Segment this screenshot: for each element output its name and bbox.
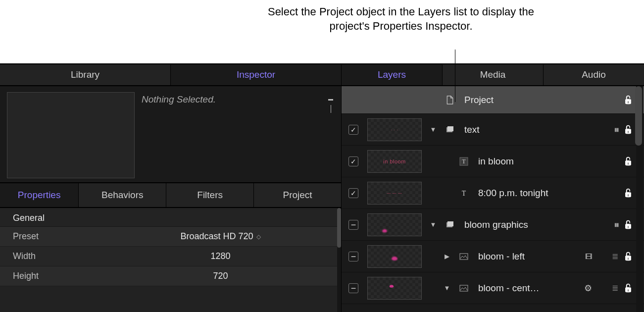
- bloom-cent-disclosure[interactable]: [443, 284, 451, 292]
- general-section-header: General: [0, 208, 337, 227]
- lock-icon[interactable]: [623, 252, 633, 261]
- project-badges: [623, 95, 633, 104]
- filmstrip-icon[interactable]: [585, 253, 592, 260]
- layers-list: Project · · · text: [342, 86, 644, 312]
- text-layer-icon: T: [458, 156, 469, 166]
- bloom-cent-badges: [584, 283, 633, 294]
- layer-row-bloom-cent[interactable]: bloom - cent…: [342, 272, 644, 304]
- left-pane: Library Inspector Nothing Selected. Prop…: [0, 63, 342, 312]
- inspector-subtabs: Properties Behaviors Filters Project: [0, 183, 341, 208]
- preview-info: Nothing Selected.: [142, 92, 334, 178]
- preset-row: Preset Broadcast HD 720: [0, 227, 337, 247]
- stack-icon[interactable]: [612, 252, 618, 261]
- text-group-badges: [614, 125, 633, 134]
- tonight-badges: [623, 188, 633, 198]
- bloom-cent-thumb: [367, 277, 422, 300]
- height-row: Height 720: [0, 266, 337, 286]
- subtab-behaviors[interactable]: Behaviors: [79, 183, 166, 207]
- width-value[interactable]: 1280: [117, 251, 324, 261]
- callout-annotation: Select the Project object in the Layers …: [0, 0, 644, 63]
- gear-icon[interactable]: [584, 283, 592, 294]
- bloom-left-badges: [585, 252, 633, 261]
- svg-rect-6: [447, 221, 453, 226]
- left-tab-row: Library Inspector: [0, 63, 341, 86]
- nothing-selected-label: Nothing Selected.: [142, 94, 216, 104]
- pass-through-icon[interactable]: [614, 222, 618, 227]
- props-scrollbar-thumb[interactable]: [337, 208, 341, 248]
- layers-scrollbar-thumb[interactable]: [635, 86, 642, 146]
- app-window: Library Inspector Nothing Selected. Prop…: [0, 63, 644, 312]
- lock-icon[interactable]: [623, 125, 633, 134]
- callout-text: Select the Project object in the Layers …: [267, 5, 535, 33]
- bloom-cent-checkbox[interactable]: [347, 283, 360, 293]
- bloom-graphics-thumb: [367, 213, 422, 236]
- in-bloom-thumb-text: in bloom: [383, 158, 406, 164]
- layer-row-bloom-left[interactable]: bloom - left: [342, 241, 644, 272]
- height-value[interactable]: 720: [117, 271, 324, 281]
- text-group-disclosure[interactable]: [429, 126, 438, 133]
- properties-body: General Preset Broadcast HD 720 Width 12…: [0, 208, 341, 312]
- layer-row-text-group[interactable]: · · · text: [342, 114, 644, 146]
- pin-control[interactable]: [328, 92, 333, 113]
- bloom-left-checkbox[interactable]: [347, 252, 360, 261]
- props-scrollbar-track[interactable]: [337, 208, 341, 312]
- text-layer-icon: T: [458, 188, 469, 198]
- preset-value[interactable]: Broadcast HD 720: [117, 231, 324, 242]
- layer-row-in-bloom[interactable]: in bloom T in bloom: [342, 146, 644, 177]
- text-group-name[interactable]: text: [464, 124, 607, 135]
- layer-row-bloom-graphics[interactable]: bloom graphics: [342, 209, 644, 241]
- layers-scrollbar-track[interactable]: [636, 86, 643, 312]
- image-layer-icon: [458, 252, 469, 261]
- right-pane: Layers Media Audio Project · ·: [342, 63, 644, 312]
- in-bloom-name[interactable]: in bloom: [478, 156, 616, 167]
- bloom-left-thumb: [367, 245, 422, 268]
- tonight-checkbox[interactable]: [347, 188, 360, 198]
- stack-icon[interactable]: [612, 283, 618, 293]
- document-icon: [445, 95, 455, 105]
- group-icon: [445, 220, 455, 230]
- bloom-cent-name[interactable]: bloom - cent…: [478, 283, 577, 294]
- pin-icon: [328, 92, 333, 103]
- bloom-left-disclosure[interactable]: [443, 253, 451, 260]
- svg-text:T: T: [462, 158, 466, 165]
- preset-label: Preset: [13, 231, 117, 242]
- preview-area: Nothing Selected.: [0, 86, 341, 183]
- pass-through-icon[interactable]: [614, 127, 618, 132]
- tab-library[interactable]: Library: [0, 64, 171, 85]
- tab-inspector[interactable]: Inspector: [171, 64, 341, 85]
- lock-icon[interactable]: [623, 220, 633, 229]
- layer-row-tonight[interactable]: — — — T 8:00 p.m. tonight: [342, 177, 644, 209]
- bloom-graphics-checkbox[interactable]: [347, 220, 360, 230]
- bloom-graphics-name[interactable]: bloom graphics: [464, 219, 607, 230]
- height-label: Height: [13, 271, 117, 281]
- bloom-graphics-badges: [614, 220, 633, 229]
- subtab-filters[interactable]: Filters: [166, 183, 254, 207]
- bloom-graphics-disclosure[interactable]: [429, 221, 438, 228]
- callout-leader-line: [455, 50, 455, 102]
- svg-text:T: T: [462, 190, 466, 197]
- svg-rect-8: [460, 285, 468, 291]
- tonight-thumb: — — —: [367, 182, 422, 205]
- text-group-checkbox[interactable]: [347, 125, 360, 135]
- tab-media[interactable]: Media: [443, 64, 544, 85]
- right-tab-row: Layers Media Audio: [342, 63, 644, 86]
- in-bloom-badges: [623, 156, 633, 166]
- tonight-name[interactable]: 8:00 p.m. tonight: [478, 188, 616, 199]
- subtab-properties[interactable]: Properties: [0, 183, 79, 207]
- svg-rect-1: [447, 126, 453, 131]
- lock-icon[interactable]: [623, 95, 633, 104]
- svg-rect-7: [460, 254, 468, 260]
- layer-row-project[interactable]: Project: [342, 86, 644, 114]
- tab-audio[interactable]: Audio: [544, 64, 644, 85]
- width-row: Width 1280: [0, 247, 337, 266]
- in-bloom-thumb: in bloom: [367, 150, 422, 173]
- pin-icon-stem: [331, 105, 331, 113]
- bloom-left-name[interactable]: bloom - left: [478, 251, 578, 262]
- project-name[interactable]: Project: [464, 95, 616, 105]
- lock-icon[interactable]: [623, 283, 633, 293]
- lock-icon[interactable]: [623, 188, 633, 198]
- lock-icon[interactable]: [623, 156, 633, 166]
- subtab-project[interactable]: Project: [254, 183, 341, 207]
- in-bloom-checkbox[interactable]: [347, 156, 360, 166]
- tab-layers[interactable]: Layers: [342, 64, 443, 85]
